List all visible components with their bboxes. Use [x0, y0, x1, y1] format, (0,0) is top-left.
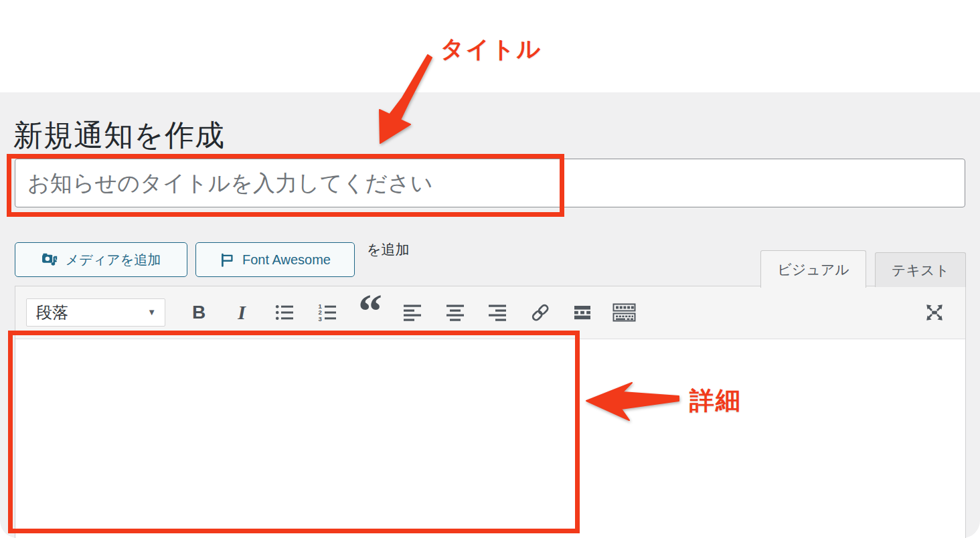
bulleted-list-button[interactable]: [270, 295, 299, 330]
page-title: 新規通知を作成: [13, 116, 225, 155]
italic-button[interactable]: I: [227, 295, 256, 330]
insert-link-button[interactable]: [525, 295, 555, 330]
blockquote-icon: “: [358, 311, 382, 331]
italic-icon: I: [238, 301, 246, 324]
paragraph-dropdown[interactable]: 段落 ▼: [26, 298, 165, 327]
fullscreen-button[interactable]: [920, 295, 949, 330]
bulleted-list-icon: [274, 302, 295, 323]
tab-text[interactable]: テキスト: [875, 252, 966, 287]
editor-content-area[interactable]: [15, 339, 965, 538]
editor-toolbar: 段落 ▼ B I 1 2 3: [15, 286, 965, 339]
align-left-icon: [402, 302, 422, 323]
align-center-icon: [445, 302, 465, 323]
numbered-list-icon: 1 2 3: [317, 302, 337, 323]
media-icon: [42, 252, 58, 268]
link-icon: [529, 302, 551, 323]
font-awesome-label: Font Awesome: [242, 252, 331, 268]
tab-visual-label: ビジュアル: [777, 260, 849, 279]
align-center-button[interactable]: [440, 295, 470, 330]
read-more-icon: [572, 302, 592, 323]
align-left-button[interactable]: [398, 295, 427, 330]
flag-icon: [220, 252, 235, 268]
add-media-button[interactable]: メディアを追加: [15, 242, 187, 277]
editor-container: 段落 ▼ B I 1 2 3: [15, 286, 966, 538]
toolbar-toggle-button[interactable]: [610, 295, 639, 330]
fullscreen-icon: [923, 301, 946, 324]
after-buttons-text: を追加: [367, 241, 410, 258]
toolbar-toggle-icon: [612, 303, 637, 322]
title-annotation-label: タイトル: [440, 33, 542, 65]
bold-icon: B: [192, 302, 206, 323]
blockquote-button[interactable]: “: [355, 295, 385, 330]
tab-text-label: テキスト: [892, 261, 949, 280]
add-media-label: メディアを追加: [66, 251, 161, 269]
font-awesome-button[interactable]: Font Awesome: [195, 242, 355, 277]
numbered-list-button[interactable]: 1 2 3: [313, 295, 342, 330]
align-right-button[interactable]: [483, 295, 512, 330]
post-title-input[interactable]: [15, 159, 965, 207]
bold-button[interactable]: B: [184, 295, 214, 330]
align-right-icon: [487, 302, 507, 323]
paragraph-dropdown-label: 段落: [36, 302, 68, 323]
svg-text:3: 3: [319, 315, 322, 323]
tab-visual[interactable]: ビジュアル: [760, 250, 866, 288]
chevron-down-icon: ▼: [147, 307, 156, 317]
read-more-button[interactable]: [568, 295, 597, 330]
